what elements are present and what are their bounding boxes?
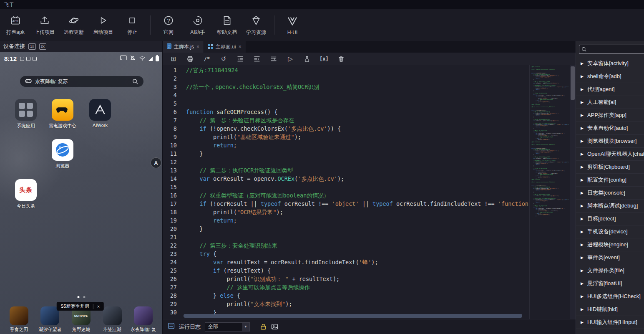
vertical-scroll-thumb[interactable] xyxy=(571,66,575,100)
api-category-item[interactable]: ▶代理[agent] xyxy=(576,83,644,96)
api-category-item[interactable]: ▶shell命令[adb] xyxy=(576,70,644,83)
clear-button[interactable] xyxy=(337,55,345,63)
api-category-item[interactable]: ▶悬浮窗[floatUI] xyxy=(576,277,644,290)
tab-close-icon[interactable]: × xyxy=(196,44,199,50)
start-project-button[interactable]: 启动项目 xyxy=(88,14,118,36)
hui-logo-button[interactable]: H-UI xyxy=(278,15,307,35)
api-search-box[interactable] xyxy=(579,45,644,54)
home-search-widget[interactable]: 永夜降临: 复苏 xyxy=(20,76,143,87)
tooltip-close-icon[interactable]: × xyxy=(93,304,100,309)
api-category-item[interactable]: ▶安卓自动化[auto] xyxy=(576,122,644,135)
package-apk-button[interactable]: APK 打包apk xyxy=(1,14,30,36)
phone-status-bar: 8:12 xyxy=(4,55,159,63)
indent-button[interactable] xyxy=(253,55,261,63)
expand-icon: ▶ xyxy=(581,139,584,143)
app-system-folder[interactable]: 系统应用 xyxy=(10,99,42,129)
flask-icon xyxy=(304,56,310,62)
code-editor[interactable]: 1234567891011121314151617181920212223242… xyxy=(163,65,576,319)
api-category-item[interactable]: ▶日志类[console] xyxy=(576,187,644,200)
api-search-area xyxy=(576,41,644,57)
tab-main-script[interactable]: 主脚本.js × xyxy=(163,41,204,53)
api-category-label: HUI多选组件[HCheck] xyxy=(587,293,641,300)
api-category-item[interactable]: ▶人工智能[ai] xyxy=(576,96,644,109)
api-category-label: 人工智能[ai] xyxy=(587,99,616,106)
variables-button[interactable]: [x] xyxy=(319,55,329,63)
browser-globe-icon xyxy=(52,139,73,161)
screenshot-button[interactable] xyxy=(271,323,278,330)
undo-button[interactable]: ↺ xyxy=(219,55,228,63)
api-category-item[interactable]: ▶浏览器模块[browser] xyxy=(576,135,644,148)
api-category-item[interactable]: ▶HUI多选组件[HCheck] xyxy=(576,290,644,303)
toolbar-divider xyxy=(150,15,151,35)
start-project-label: 启动项目 xyxy=(93,29,113,36)
ai-assistant-button[interactable]: AI助手 xyxy=(183,14,212,36)
app-label: 今日头条 xyxy=(17,203,35,209)
run-button[interactable]: ▷ xyxy=(286,55,294,63)
dock-app[interactable]: 吞食之刃 xyxy=(5,306,33,333)
tab-close-icon[interactable]: × xyxy=(239,44,242,50)
upload-project-button[interactable]: 上传项目 xyxy=(30,14,59,36)
season-tooltip[interactable]: S5新赛季开启 × xyxy=(56,302,104,311)
api-category-item[interactable]: ▶进程模块[engine] xyxy=(576,238,644,251)
tab-main-ui[interactable]: 主界面.ui × xyxy=(204,41,246,53)
remote-update-button[interactable]: 远程更新 xyxy=(59,14,88,36)
expand-icon: ▶ xyxy=(581,307,584,311)
editor-area: 主脚本.js × 主界面.ui × ⊞ /* ↺ ▷ [x] xyxy=(163,41,576,334)
api-category-item[interactable]: ▶HUI输入组件[HInput] xyxy=(576,316,644,329)
stop-label: 停止 xyxy=(127,29,137,36)
api-category-item[interactable]: ▶事件类[event] xyxy=(576,251,644,264)
api-category-item[interactable]: ▶APP操作类[app] xyxy=(576,109,644,122)
api-category-item[interactable]: ▶目标[detect] xyxy=(576,213,644,225)
learning-resources-button[interactable]: 学习资源 xyxy=(242,14,271,36)
app-browser[interactable]: 浏览器 xyxy=(47,139,78,169)
api-category-item[interactable]: ▶OpenAI聊天机器人[chat] xyxy=(576,148,644,161)
format-code-button[interactable]: /* xyxy=(203,55,211,63)
api-category-item[interactable]: ▶剪切板[Clipboard] xyxy=(576,161,644,174)
api-panel: ▶安卓窗体[activity]▶shell命令[adb]▶代理[agent]▶人… xyxy=(576,41,644,334)
api-category-item[interactable]: ▶手机设备[device] xyxy=(576,225,644,238)
horizontal-scroll-thumb[interactable] xyxy=(184,314,522,318)
log-filter-select[interactable]: 全部 ▼ xyxy=(205,322,250,331)
app-aiwork[interactable]: AIWork xyxy=(84,99,116,128)
expand-icon: ▶ xyxy=(581,204,584,208)
outdent-button[interactable] xyxy=(236,55,244,63)
test-button[interactable] xyxy=(303,55,311,63)
notification-icon xyxy=(26,57,30,61)
assistive-float-ball[interactable]: A xyxy=(151,157,161,168)
api-category-label: 文件操作类[file] xyxy=(587,267,624,274)
expand-icon: ▶ xyxy=(581,61,584,66)
api-category-item[interactable]: ▶文件操作类[file] xyxy=(576,264,644,277)
lock-button[interactable] xyxy=(260,323,267,330)
scale-1x-button[interactable]: 1x xyxy=(28,43,36,50)
horizontal-scrollbar[interactable] xyxy=(184,314,522,318)
api-category-item[interactable]: ▶配置文件[config] xyxy=(576,174,644,187)
api-category-label: 手机设备[device] xyxy=(587,228,628,235)
code-lines[interactable]: //官方:711841924//第一个，opencv.checkColorsEx… xyxy=(183,66,576,319)
api-category-item[interactable]: ▶脚本断点调试[debug] xyxy=(576,200,644,213)
app-toutiao[interactable]: 头条 今日头条 xyxy=(10,179,42,209)
minimap[interactable]: //官方:711841924//第一个，opencv.checkColorsEx… xyxy=(529,65,570,319)
vertical-scrollbar[interactable] xyxy=(570,65,576,319)
help-docs-button[interactable]: 帮助文档 xyxy=(212,14,242,36)
device-screen[interactable]: 8:12 永夜降临: 复苏 xyxy=(0,52,162,334)
api-category-item[interactable]: ▶安卓窗体[activity] xyxy=(576,57,644,70)
official-website-button[interactable]: ? 官网 xyxy=(154,14,183,36)
expand-icon: ▶ xyxy=(581,230,584,234)
api-list: ▶安卓窗体[activity]▶shell命令[adb]▶代理[agent]▶人… xyxy=(576,57,644,334)
toutiao-logo-text: 头条 xyxy=(19,186,33,194)
dock-app-label: 潮汐守望者 xyxy=(38,326,61,333)
app-game-center[interactable]: 雷电游戏中心 xyxy=(47,99,78,129)
panel-add-button[interactable]: ⊞ xyxy=(169,55,178,63)
expand-icon: ▶ xyxy=(581,100,584,104)
api-search-input[interactable] xyxy=(589,46,642,52)
run-to-cursor-button[interactable] xyxy=(269,55,278,63)
stop-button[interactable]: 停止 xyxy=(118,14,147,36)
print-button[interactable] xyxy=(186,55,194,63)
api-category-label: 脚本断点调试[debug] xyxy=(587,202,638,210)
minimap-content: //官方:711841924//第一个，opencv.checkColorsEx… xyxy=(531,66,569,217)
api-category-item[interactable]: ▶HID键鼠[hid] xyxy=(576,303,644,316)
dock-app[interactable]: 永夜降临: 复 xyxy=(130,306,157,333)
scale-2x-button[interactable]: 2x xyxy=(39,43,47,50)
js-file-icon xyxy=(167,43,171,50)
expand-icon: ▶ xyxy=(581,87,584,91)
